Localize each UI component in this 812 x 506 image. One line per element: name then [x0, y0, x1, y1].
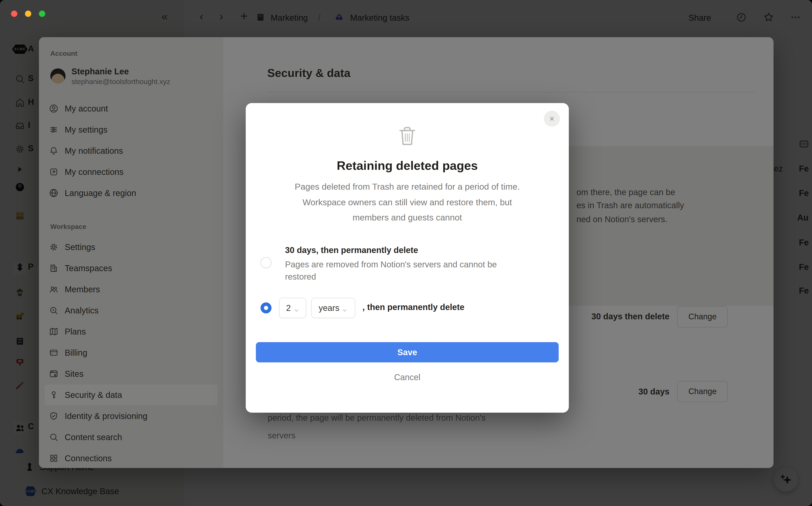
- dialog-title: Retaining deleted pages: [246, 159, 569, 173]
- radio-30-days-description: Pages are removed from Notion's servers …: [285, 258, 497, 283]
- traffic-light-zoom[interactable]: [39, 11, 45, 17]
- dialog-description-line: Pages deleted from Trash are retained fo…: [272, 179, 543, 194]
- trash-icon: [395, 124, 419, 148]
- dialog-description: Pages deleted from Trash are retained fo…: [272, 179, 543, 225]
- radio-30-days[interactable]: [261, 257, 272, 268]
- period-number-select[interactable]: 2: [279, 298, 306, 318]
- screen: « ‹ › + Marketing / Marketing tasks Shar…: [0, 0, 812, 506]
- dialog-description-line: Workspace owners can still view and rest…: [272, 194, 543, 210]
- close-icon[interactable]: ×: [544, 111, 560, 127]
- radio-custom-period-label: , then permanently delete: [362, 303, 464, 312]
- chevron-down-icon: [293, 306, 299, 312]
- dialog-description-line: members and guests cannot: [272, 210, 543, 225]
- radio-custom-period[interactable]: [261, 303, 272, 313]
- save-button[interactable]: Save: [256, 342, 559, 362]
- chevron-down-icon: [342, 306, 348, 312]
- cancel-button[interactable]: Cancel: [246, 372, 569, 382]
- radio-30-days-description-line: Pages are removed from Notion's servers …: [285, 258, 497, 271]
- radio-30-days-description-line: restored: [285, 271, 497, 283]
- traffic-light-minimize[interactable]: [25, 11, 31, 17]
- radio-30-days-label: 30 days, then permanently delete: [285, 245, 418, 255]
- traffic-light-close[interactable]: [11, 11, 17, 17]
- retaining-deleted-pages-dialog: × Retaining deleted pages Pages deleted …: [246, 103, 569, 413]
- period-number-value: 2: [286, 303, 291, 313]
- period-unit-value: years: [319, 303, 339, 313]
- period-unit-select[interactable]: years: [311, 298, 355, 318]
